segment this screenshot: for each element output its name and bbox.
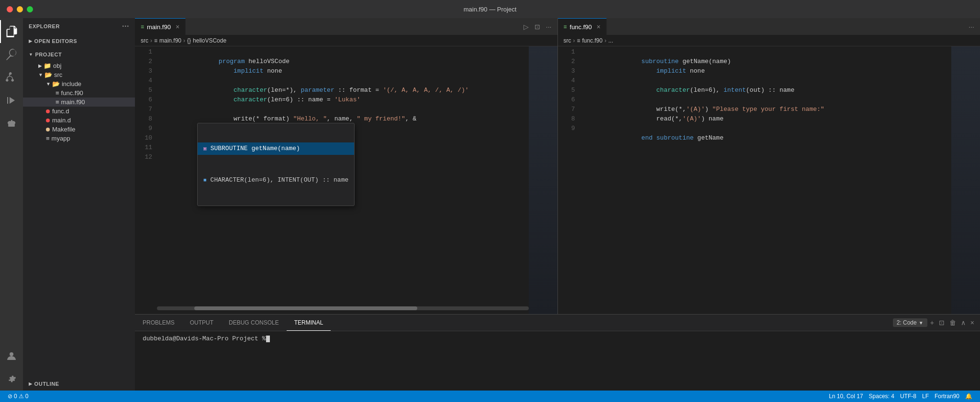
breadcrumb-scope[interactable]: ... xyxy=(608,37,613,44)
warning-count: 0 xyxy=(25,393,29,400)
code-line: subroutine getName(name) xyxy=(582,47,952,57)
minimap-left xyxy=(529,46,557,314)
modified-badge xyxy=(46,128,50,131)
editor-panes: ≡ main.f90 × ▷ ⊡ ··· src › ≡ xyxy=(135,18,980,314)
code-line: character(len=6), intent(out) :: name xyxy=(582,76,952,86)
breadcrumb-icon: ≡ xyxy=(577,37,580,44)
tab-label: main.f90 xyxy=(147,23,171,31)
sidebar-item-include[interactable]: ▼ 📂 include xyxy=(23,79,135,88)
maximize-terminal-button[interactable]: ∧ xyxy=(959,317,968,328)
right-code-area[interactable]: 12345 6789 subroutine getName(name) impl… xyxy=(558,46,980,314)
autocomplete-item[interactable]: ▣ SUBROUTINE getName(name) xyxy=(198,142,354,155)
scrollbar-thumb xyxy=(194,306,417,310)
tab-debug-console[interactable]: DEBUG CONSOLE xyxy=(221,315,287,331)
line-numbers: 12345 678910 1112 xyxy=(135,46,157,314)
terminal-content[interactable]: dubbelda@Davids-Mac-Pro Project % xyxy=(135,331,980,391)
left-editor-pane: ≡ main.f90 × ▷ ⊡ ··· src › ≡ xyxy=(135,18,558,314)
breadcrumb-src[interactable]: src xyxy=(564,37,571,44)
tab-actions: ··· xyxy=(963,18,980,35)
status-spaces[interactable]: Spaces: 4 xyxy=(866,393,897,400)
tab-main-f90[interactable]: ≡ main.f90 × xyxy=(135,18,186,35)
left-code-area[interactable]: 12345 678910 1112 program helloVSCode xyxy=(135,46,557,314)
code-content-left[interactable]: program helloVSCode implicit none charac xyxy=(157,46,529,314)
close-tab-button[interactable]: × xyxy=(597,23,601,31)
close-tab-button[interactable]: × xyxy=(176,23,179,31)
delete-terminal-button[interactable]: 🗑 xyxy=(947,317,958,328)
breadcrumb-file[interactable]: main.f90 xyxy=(159,37,181,44)
code-line: program helloVSCode xyxy=(159,47,529,57)
horizontal-scrollbar[interactable] xyxy=(157,306,529,310)
status-encoding[interactable]: UTF-8 xyxy=(897,393,919,400)
status-errors[interactable]: ⊘ 0 ⚠ 0 xyxy=(5,393,31,400)
tab-output[interactable]: OUTPUT xyxy=(182,315,221,331)
project-header[interactable]: ▼ PROJECT xyxy=(23,48,135,61)
chevron-down-icon: ▼ xyxy=(38,72,43,77)
code-line: write(* format) "Hello, ", name, " my fr… xyxy=(159,105,529,114)
sidebar-item-main-f90[interactable]: ≡ main.f90 xyxy=(23,98,135,107)
explorer-icon[interactable] xyxy=(0,20,23,43)
sidebar-item-func-d[interactable]: func.d xyxy=(23,107,135,116)
sidebar-item-makefile[interactable]: Makefile xyxy=(23,125,135,134)
tab-problems[interactable]: PROBLEMS xyxy=(135,315,182,331)
breadcrumb-sep: › xyxy=(573,37,575,44)
tab-label: TERMINAL xyxy=(294,319,323,326)
breadcrumb-file[interactable]: func.f90 xyxy=(582,37,603,44)
editor-area: ≡ main.f90 × ▷ ⊡ ··· src › ≡ xyxy=(135,18,980,391)
window-title: main.f90 — Project xyxy=(464,6,517,13)
terminal-dropdown[interactable]: 2: Code ▼ xyxy=(893,318,927,327)
more-actions-button[interactable]: ··· xyxy=(544,22,554,32)
encoding-text: UTF-8 xyxy=(900,393,916,400)
close-terminal-button[interactable]: × xyxy=(969,317,976,328)
breadcrumb-scope[interactable]: helloVSCode xyxy=(193,37,226,44)
status-line-ending[interactable]: LF xyxy=(919,393,932,400)
autocomplete-popup[interactable]: ▣ SUBROUTINE getName(name) ■ CHARACTER(l… xyxy=(197,123,355,206)
settings-icon[interactable] xyxy=(0,368,23,391)
error-icon: ⊘ xyxy=(8,393,12,400)
notification-icon: 🔔 xyxy=(965,393,972,400)
folder-icon: 📂 xyxy=(45,71,52,78)
outline-header[interactable]: ▶ OUTLINE xyxy=(23,377,135,391)
code-content-right[interactable]: subroutine getName(name) implicit none c xyxy=(580,46,952,314)
tab-func-f90[interactable]: ≡ func.f90 × xyxy=(558,18,607,35)
open-editors-header[interactable]: ▶ OPEN EDITORS xyxy=(23,34,135,48)
split-editor-button[interactable]: ⊡ xyxy=(533,22,542,32)
maximize-button[interactable] xyxy=(27,6,33,12)
right-editor-pane: ≡ func.f90 × ··· src › ≡ func.f90 › xyxy=(558,18,980,314)
add-terminal-button[interactable]: + xyxy=(928,317,936,328)
modified-badge xyxy=(46,109,50,113)
run-button[interactable]: ▷ xyxy=(522,22,531,32)
modified-badge xyxy=(46,119,50,122)
autocomplete-item[interactable]: ■ CHARACTER(len=6), INTENT(OUT) :: name xyxy=(198,174,354,186)
sidebar-item-src[interactable]: ▼ 📂 src xyxy=(23,70,135,79)
status-notification[interactable]: 🔔 xyxy=(962,393,975,400)
sidebar-item-main-d[interactable]: main.d xyxy=(23,116,135,125)
sidebar-item-label: func.f90 xyxy=(61,89,83,97)
sidebar-item-label: myapp xyxy=(52,135,70,142)
sidebar-item-myapp[interactable]: ≡ myapp xyxy=(23,134,135,143)
breadcrumb-src[interactable]: src xyxy=(141,37,148,44)
source-control-icon[interactable] xyxy=(0,66,23,89)
minimize-button[interactable] xyxy=(17,6,23,12)
extensions-icon[interactable] xyxy=(0,112,23,135)
language-text: Fortran90 xyxy=(935,393,959,400)
tab-terminal[interactable]: TERMINAL xyxy=(287,315,331,331)
status-language[interactable]: Fortran90 xyxy=(932,393,962,400)
sidebar-item-func-f90[interactable]: ≡ func.f90 xyxy=(23,88,135,98)
explorer-header[interactable]: EXPLORER ··· xyxy=(23,18,135,34)
spaces-text: Spaces: 4 xyxy=(869,393,894,400)
status-line-col[interactable]: Ln 10, Col 17 xyxy=(826,393,866,400)
search-icon[interactable] xyxy=(0,43,23,66)
activity-bar xyxy=(0,18,23,391)
more-actions-button[interactable]: ··· xyxy=(967,22,976,32)
tab-label: func.f90 xyxy=(570,23,592,31)
run-icon[interactable] xyxy=(0,89,23,112)
account-icon[interactable] xyxy=(0,345,23,368)
split-terminal-button[interactable]: ⊡ xyxy=(937,317,947,328)
terminal-actions: 2: Code ▼ + ⊡ 🗑 ∧ × xyxy=(889,315,980,331)
sidebar-item-obj[interactable]: ▶ 📁 obj xyxy=(23,61,135,70)
close-button[interactable] xyxy=(7,6,13,12)
code-line: end subroutine getName xyxy=(582,124,952,133)
subroutine-icon: ▣ xyxy=(203,144,207,153)
minimap-right xyxy=(951,46,980,314)
main-layout: EXPLORER ··· ▶ OPEN EDITORS ▼ PROJECT ▶ … xyxy=(0,18,980,391)
